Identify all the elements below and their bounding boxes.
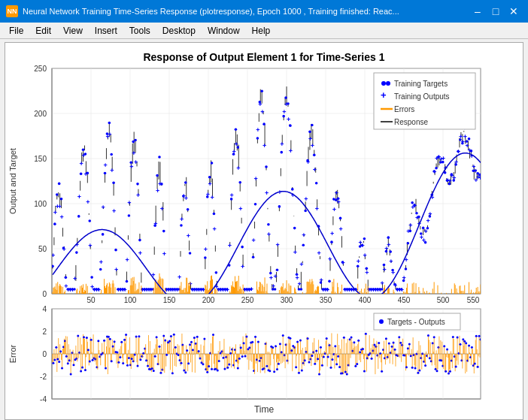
svg-point-1668 [211,368,213,370]
svg-text:+: + [330,230,334,237]
svg-point-487 [387,236,390,239]
svg-point-1626 [190,341,193,343]
svg-text:+: + [357,258,360,265]
svg-text:+: + [274,273,278,280]
svg-text:+: + [313,166,317,174]
error-legend-icon [379,319,384,324]
svg-text:+: + [129,163,133,171]
menu-file[interactable]: File [3,24,29,38]
svg-text:100: 100 [34,200,47,208]
svg-point-1599 [178,354,180,356]
svg-text:+: + [77,193,81,201]
menu-help[interactable]: Help [246,24,277,38]
svg-point-1758 [254,336,256,338]
svg-point-1416 [89,360,91,362]
svg-point-2082 [411,367,414,369]
svg-text:-4: -4 [40,395,47,403]
svg-point-2148 [443,345,445,347]
svg-point-1479 [119,356,121,358]
svg-point-1812 [281,351,283,353]
svg-point-1896 [321,364,323,367]
svg-point-2058 [399,342,402,344]
window-controls: – □ ✕ [469,3,522,20]
svg-point-453 [313,154,316,157]
svg-point-1974 [359,351,361,353]
svg-point-368 [128,214,131,217]
svg-point-1605 [180,362,182,364]
svg-text:+: + [363,252,366,259]
svg-point-405 [208,176,211,179]
svg-point-431 [265,165,268,168]
svg-point-360 [110,153,113,156]
svg-point-1407 [84,369,86,371]
svg-point-334 [53,222,56,225]
svg-point-1446 [103,340,105,342]
svg-point-2076 [408,343,411,345]
svg-point-336 [58,183,61,186]
minimize-button[interactable]: – [469,3,486,20]
svg-point-1746 [248,346,250,349]
svg-text:+: + [282,108,286,116]
svg-point-1662 [208,365,210,367]
legend-targets-icon [381,81,386,86]
app-icon-text: NN [8,8,17,15]
svg-point-1503 [131,358,133,360]
svg-point-1494 [126,364,129,367]
svg-point-438 [280,151,283,154]
svg-point-350 [88,219,91,222]
svg-text:+: + [287,116,290,123]
svg-point-1533 [145,359,147,361]
maximize-button[interactable]: □ [487,3,504,20]
menu-edit[interactable]: Edit [29,24,57,38]
svg-point-2097 [418,369,420,371]
svg-point-1392 [77,335,79,337]
menu-tools[interactable]: Tools [123,24,156,38]
svg-point-1932 [338,366,341,368]
svg-point-403 [204,256,207,259]
svg-point-1584 [170,335,172,337]
svg-point-1788 [269,370,271,372]
svg-text:+: + [253,175,257,183]
svg-point-1659 [206,371,208,373]
menu-insert[interactable]: Insert [89,24,123,38]
svg-point-355 [99,268,102,271]
svg-text:+: + [230,192,234,199]
svg-text:500: 500 [437,296,450,304]
svg-point-2190 [463,340,466,343]
menu-window[interactable]: Window [202,24,246,38]
svg-text:+: + [391,269,395,276]
svg-point-1515 [137,364,139,367]
svg-point-1419 [90,339,93,341]
svg-text:250: 250 [34,65,47,73]
svg-text:+: + [226,286,229,294]
svg-point-347 [82,149,85,152]
svg-text:+: + [73,275,77,283]
svg-point-1797 [273,370,275,373]
svg-point-2130 [435,368,437,370]
svg-point-1467 [114,340,116,343]
svg-text:50: 50 [38,245,47,253]
svg-point-381 [156,174,159,177]
menu-view[interactable]: View [57,24,89,38]
svg-point-1764 [257,341,259,343]
svg-text:+: + [112,207,116,215]
svg-point-1383 [72,364,74,366]
svg-text:+: + [241,263,244,270]
svg-text:+: + [326,286,329,294]
svg-text:+: + [86,198,90,206]
svg-point-394 [184,181,187,184]
svg-text:+: + [88,242,92,249]
close-button[interactable]: ✕ [505,3,522,20]
svg-text:450: 450 [398,296,411,304]
svg-point-2220 [478,335,481,337]
svg-point-496 [407,242,410,245]
svg-text:+: + [60,213,64,221]
svg-point-451 [308,131,311,134]
svg-point-1491 [125,334,127,336]
menu-desktop[interactable]: Desktop [156,24,202,38]
svg-point-1929 [337,355,339,358]
svg-point-1587 [171,372,174,374]
svg-point-2019 [381,370,383,373]
svg-point-1641 [198,350,200,352]
svg-text:+: + [424,228,428,235]
